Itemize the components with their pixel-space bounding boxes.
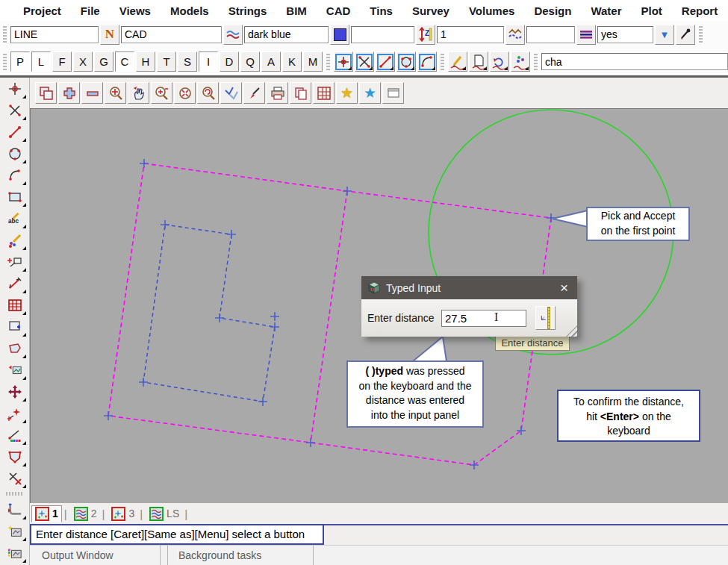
toolbar-grip[interactable] [534,54,538,70]
insert-image-button[interactable] [3,359,27,381]
copy-view-button[interactable] [290,82,311,104]
print-button[interactable] [267,82,288,104]
point-star-button[interactable] [3,402,27,424]
snap-S-button[interactable]: S [178,51,197,72]
view-tab-1[interactable]: 1 [31,505,62,522]
menu-volumes[interactable]: Volumes [459,4,524,17]
snap-A-button[interactable]: A [261,51,281,72]
delete-point-button[interactable] [3,467,27,489]
shield-polygon-button[interactable] [3,446,27,467]
measure-button[interactable] [3,272,27,294]
create-point-button[interactable] [3,78,27,99]
grid-table-button[interactable] [3,294,27,316]
toolbar-grip[interactable] [3,26,7,43]
zoom-out-button[interactable] [81,82,103,104]
brush-refresh-button[interactable] [243,82,265,104]
menu-strings[interactable]: Strings [219,4,277,17]
toolbar-grip[interactable] [441,54,444,70]
background-tasks-tab[interactable]: Background tasks [168,546,314,565]
point-rectangle-button[interactable] [3,251,27,272]
view-tab-2[interactable]: 2 [71,506,100,522]
snap-L-button[interactable]: L [31,51,51,72]
snap-K-button[interactable]: K [282,51,302,72]
menu-tins[interactable]: Tins [360,4,402,17]
translate-move-button[interactable] [3,381,27,402]
menu-report[interactable]: Report [672,4,727,17]
model-input[interactable] [121,26,222,43]
image-snippet-yellow-button[interactable] [3,520,27,542]
menu-design[interactable]: Design [524,4,581,17]
snap-P-button[interactable]: P [10,51,30,72]
breakline-dropdown-button[interactable]: ▼ [655,25,674,45]
view-grid-button[interactable] [313,82,335,104]
height-input[interactable] [351,26,414,43]
weight-input[interactable] [437,26,504,43]
snap-T-button[interactable]: T [157,51,176,72]
zoom-dynamic-button[interactable] [151,82,172,104]
menu-models[interactable]: Models [161,4,219,17]
favourite-blue-button[interactable]: ★ [359,82,381,104]
favourite-yellow-button[interactable]: ★ [336,82,358,104]
snap-M-button[interactable]: M [303,51,323,72]
cad-circle-button[interactable] [396,51,416,72]
output-window-tab[interactable]: Output Window [30,546,161,565]
colour-input[interactable] [244,26,329,43]
cad-arc-button[interactable] [417,51,437,72]
zoom-extents-button[interactable] [174,82,196,104]
zoom-in-button[interactable] [58,82,80,104]
eyedropper-button[interactable] [676,25,695,45]
create-polygon-button[interactable] [3,337,27,359]
menu-views[interactable]: Views [110,4,161,17]
toolbar-grip[interactable] [6,492,24,496]
new-window-button[interactable] [382,82,404,104]
pan-button[interactable] [128,82,149,104]
colour-box-button[interactable] [330,25,349,45]
breakline-input[interactable] [597,26,653,43]
cad-cross-button[interactable] [355,51,374,72]
redraw-button[interactable] [220,82,242,104]
cad-point-button[interactable] [334,51,353,72]
cad-page-button[interactable] [469,51,488,72]
copy-window-button[interactable] [3,316,27,337]
plan-view-canvas[interactable]: Enter distance 12 Typed Input × Enter di… [30,108,728,503]
create-symbol-button[interactable] [3,229,27,251]
distance-input[interactable] [441,310,526,327]
menu-project[interactable]: Project [13,4,71,17]
create-cross-button[interactable] [3,99,27,121]
snap-H-button[interactable]: H [136,51,155,72]
model-box-button[interactable] [223,25,243,45]
snap-C-button[interactable]: C [115,51,134,72]
snap-X-button[interactable]: X [73,51,93,72]
cad-text-input[interactable] [541,53,728,70]
view-tab-ls[interactable]: LS [146,506,182,522]
string-name-input[interactable] [10,26,99,43]
typed-input-dialog[interactable]: 12 Typed Input × Enter distance I [361,276,577,337]
cascade-views-button[interactable] [35,82,57,104]
create-text-button[interactable]: abc [3,207,27,229]
snap-F-button[interactable]: F [52,51,72,72]
style-input[interactable] [526,26,575,43]
height-box-button[interactable]: Z [416,25,435,45]
name-box-button[interactable]: N [100,25,119,45]
create-rectangle-button[interactable] [3,186,27,207]
menu-survey[interactable]: Survey [402,4,459,17]
create-line-button[interactable] [3,121,27,143]
menu-plot[interactable]: Plot [632,4,672,17]
cad-line-button[interactable] [376,51,395,72]
close-icon[interactable]: × [557,281,571,295]
create-arc-button[interactable] [3,164,27,186]
snap-I-button[interactable]: I [199,51,218,72]
menu-water[interactable]: Water [581,4,631,17]
zoom-all-button[interactable] [105,82,126,104]
menu-cad[interactable]: CAD [317,4,361,17]
kerb-return-button[interactable] [3,499,27,520]
weight-box-button[interactable] [505,25,525,45]
distance-tool-button[interactable] [535,306,556,330]
view-tab-3[interactable]: 3 [108,506,137,522]
snap-D-button[interactable]: D [220,51,239,72]
menu-bim[interactable]: BIM [276,4,317,17]
toolbar-grip[interactable] [326,54,330,70]
dialog-title-bar[interactable]: 12 Typed Input × [361,276,577,299]
menu-file[interactable]: File [71,4,110,17]
create-circle-button[interactable] [3,143,27,164]
